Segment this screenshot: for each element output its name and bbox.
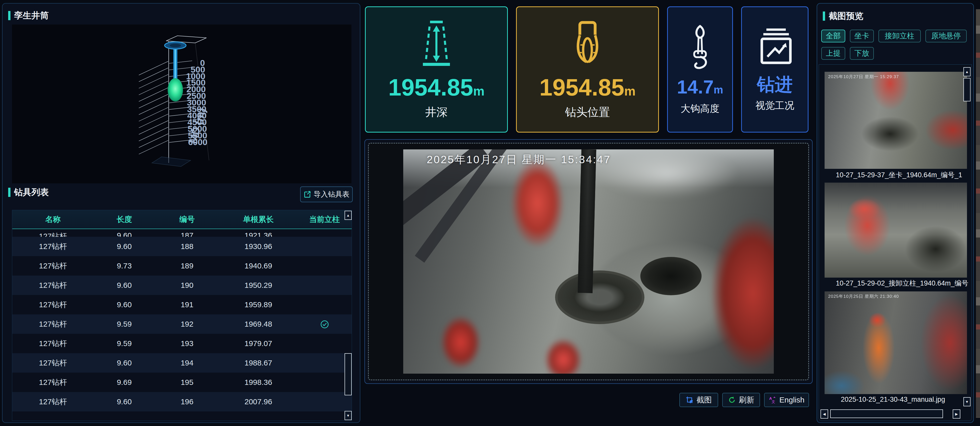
thumbnail-item[interactable] (824, 183, 967, 278)
language-button[interactable]: A 文 English (764, 393, 809, 407)
thumbnail-caption: 10-27_15-29-02_接卸立柱_1940.64m_编号 (821, 279, 972, 288)
scrollbar-thumb[interactable] (830, 409, 943, 418)
hook-height-value: 14.7 (677, 77, 714, 97)
row-cumulative: 1940.69 (219, 262, 298, 270)
row-length: 9.60 (94, 242, 155, 251)
filter-tag-seated[interactable]: 坐卡 (850, 30, 874, 42)
thumbnail-caption: 2025-10-25_21-30-43_manual.jpg (821, 396, 964, 404)
title-accent-bar (823, 11, 825, 21)
table-row[interactable]: 127钻杆 9.60 187 1921.36 (12, 229, 352, 237)
table-scrollbar[interactable]: ▲ ▼ (345, 210, 352, 421)
row-length: 9.60 (94, 300, 155, 309)
scroll-right-button[interactable]: ▶ (953, 409, 960, 419)
table-row[interactable]: 127钻杆 9.59 193 1979.07 (12, 334, 352, 353)
screenshot-preview-panel: 截图预览 全部 坐卡 接卸立柱 原地悬停 上提 下放 2025年10月27日 星… (817, 3, 974, 423)
scroll-up-button[interactable]: ▲ (345, 211, 352, 220)
row-length: 9.59 (94, 339, 155, 348)
row-cumulative: 1959.89 (219, 300, 298, 309)
svg-text:文: 文 (772, 400, 775, 404)
bit-position-label: 钻头位置 (565, 105, 610, 120)
well-depth-icon (417, 19, 455, 68)
refresh-icon (728, 396, 736, 404)
row-number: 189 (155, 262, 220, 270)
row-name: 127钻杆 (12, 377, 94, 388)
hook-icon (686, 24, 714, 70)
row-cumulative: 1921.36 (219, 229, 298, 237)
thumbnail-item[interactable]: 2025年10月25日 星期六 21:30:40 (824, 291, 967, 394)
row-number: 190 (155, 281, 220, 290)
row-name: 127钻杆 (12, 338, 94, 349)
row-name: 127钻杆 (12, 319, 94, 329)
filter-tag-all[interactable]: 全部 (821, 30, 845, 42)
scroll-left-button[interactable]: ◀ (821, 409, 828, 419)
video-dashed-frame: 2025年10月27日 星期一 15:34:47 (368, 143, 809, 380)
well-depth-unit: m (473, 84, 484, 98)
refresh-button[interactable]: 刷新 (722, 393, 760, 407)
row-number: 191 (155, 300, 220, 309)
table-row[interactable]: 127钻杆 9.69 195 1998.36 (12, 373, 352, 392)
row-length: 9.69 (94, 378, 155, 387)
thumbnail-timestamp-overlay: 2025年10月27日 星期一 15:29:37 (828, 74, 899, 80)
row-length: 9.59 (94, 320, 155, 329)
col-header-cumulative: 单根累长 (219, 214, 298, 225)
hook-height-unit: m (714, 84, 723, 96)
scroll-down-button[interactable]: ▼ (963, 397, 970, 406)
filter-tag-stand-connect[interactable]: 接卸立柱 (878, 30, 921, 42)
thumbnail-caption: 10-27_15-29-37_坐卡_1940.64m_编号_1 (821, 170, 972, 180)
well-depth-label: 井深 (425, 105, 448, 120)
well-depth-card: 1954.85m 井深 (365, 6, 508, 132)
table-row[interactable]: 127钻杆 9.60 194 1988.67 (12, 353, 352, 373)
scroll-down-button[interactable]: ▼ (345, 411, 352, 420)
video-frame: 2025年10月27日 星期一 15:34:47 (403, 149, 774, 373)
well-depth-value: 1954.85 (388, 74, 473, 101)
preview-horizontal-scrollbar[interactable]: ◀ ▶ (821, 409, 960, 419)
row-current (298, 229, 352, 231)
visual-condition-card: 钻进 视觉工况 (741, 6, 808, 132)
table-row[interactable]: 127钻杆 9.60 191 1959.89 (12, 295, 352, 314)
language-button-label: English (780, 396, 804, 404)
col-header-length: 长度 (94, 214, 155, 225)
wellbore-3d-svg: 0500100015002000250030003500400045005000… (12, 24, 352, 183)
col-header-current: 当前立柱 (298, 214, 352, 225)
thumbnail-item[interactable]: 2025年10月27日 星期一 15:29:37 (824, 72, 967, 169)
preview-vertical-scrollbar[interactable]: ▲ ▼ (963, 67, 970, 406)
row-length: 9.60 (94, 281, 155, 290)
video-panel: 2025年10月27日 星期一 15:34:47 (364, 139, 813, 384)
row-number: 195 (155, 378, 220, 387)
row-name: 127钻杆 (12, 300, 94, 310)
scroll-up-button[interactable]: ▲ (963, 67, 970, 77)
table-row[interactable]: 127钻杆 9.59 192 1969.48 (12, 314, 352, 334)
hook-height-card: 14.7m 大钩高度 (667, 6, 733, 132)
import-drill-table-button[interactable]: 导入钻具表 (300, 187, 353, 202)
table-row[interactable]: 127钻杆 9.60 190 1950.29 (12, 276, 352, 295)
table-row[interactable]: 127钻杆 9.73 189 1940.69 (12, 256, 352, 276)
table-row[interactable]: 127钻杆 9.60 196 2007.96 (12, 392, 352, 412)
floor-hub (640, 257, 702, 295)
scrollbar-thumb[interactable] (963, 78, 970, 101)
bit-position-unit: m (624, 84, 635, 98)
scrollbar-thumb[interactable] (345, 353, 352, 395)
red-machinery (711, 217, 774, 370)
screenshot-button[interactable]: 截图 (679, 393, 718, 407)
refresh-button-label: 刷新 (739, 395, 754, 405)
title-accent-bar (8, 188, 11, 197)
filter-tag-lower[interactable]: 下放 (850, 47, 874, 60)
filter-tag-hoist[interactable]: 上提 (821, 47, 845, 60)
rotary-table (555, 270, 644, 324)
drill-bit-marker (168, 78, 183, 102)
row-number: 192 (155, 320, 220, 329)
row-number: 193 (155, 339, 220, 348)
panel-title-text: 孪生井筒 (14, 10, 49, 21)
row-name: 127钻杆 (12, 261, 94, 271)
row-current (298, 319, 352, 329)
title-accent-bar (8, 11, 11, 20)
thumbnail-image (824, 183, 967, 278)
drill-bit-icon (568, 19, 607, 68)
wellbore-box-bottom (152, 157, 191, 166)
wellbore-3d-view[interactable]: 0500100015002000250030003500400045005000… (12, 24, 352, 183)
table-row[interactable]: 127钻杆 9.60 188 1930.96 (12, 237, 352, 256)
bit-position-card: 1954.85m 钻头位置 (516, 6, 659, 132)
filter-tag-hover[interactable]: 原地悬停 (925, 30, 967, 42)
video-timestamp: 2025年10月27日 星期一 15:34:47 (427, 153, 611, 167)
drill-table: 名称 长度 编号 单根累长 当前立柱 127钻杆 9.60 187 1921.3… (12, 210, 352, 421)
